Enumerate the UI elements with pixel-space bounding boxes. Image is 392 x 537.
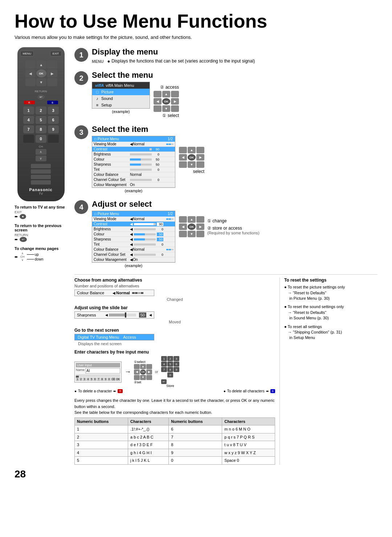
choose-sub: Number and positions of alternatives xyxy=(74,284,275,288)
remote-dpad-down[interactable]: ▼ xyxy=(36,78,46,86)
table-cell-num1: 1 xyxy=(75,425,128,433)
kb-ok[interactable]: OK xyxy=(116,377,120,381)
b-button[interactable]: B xyxy=(270,389,275,393)
em-up[interactable]: ▲ xyxy=(140,364,146,369)
ok-right[interactable]: ▶ xyxy=(171,98,179,105)
enp-1[interactable]: 1 xyxy=(161,356,167,361)
remote-blue-button[interactable]: B xyxy=(47,101,58,104)
ok4-down[interactable]: ▼ xyxy=(188,231,196,237)
ok3-center[interactable]: OK xyxy=(188,154,196,161)
step3-menu-area: □ Picture Menu 1/2 Viewing Mode ◀Normal xyxy=(92,136,175,193)
remote-num-3[interactable]: 3 xyxy=(48,106,59,114)
kb-1[interactable]: 1 xyxy=(76,377,79,381)
remote-num-8[interactable]: 8 xyxy=(36,125,46,133)
ok4-right[interactable]: ▶ xyxy=(196,223,204,230)
remote-dpad-left[interactable]: ◀ xyxy=(25,69,36,77)
enter-numpad-0-row: 0 xyxy=(161,372,179,377)
slide-handle xyxy=(125,312,126,318)
remote-num-6[interactable]: 6 xyxy=(48,116,59,124)
kb-3[interactable]: 3 xyxy=(83,377,86,381)
kb-del[interactable]: ⌫ xyxy=(111,377,115,381)
remote-num-4[interactable]: 4 xyxy=(23,116,34,124)
hint-return-label: RETURN xyxy=(15,233,67,237)
remote-num-2[interactable]: 2 xyxy=(36,106,46,114)
ok3-down[interactable]: ▼ xyxy=(188,161,196,168)
remote-dpad-up[interactable]: ▲ xyxy=(36,61,46,69)
kb-8[interactable]: 8 xyxy=(101,377,104,381)
remote-num-1[interactable]: 1 xyxy=(23,106,34,114)
ok4-left[interactable]: ◀ xyxy=(179,223,187,230)
remote-exit-button[interactable]: EXIT xyxy=(50,51,62,56)
remote-num-7[interactable]: 7 xyxy=(23,125,34,133)
enp-0[interactable]: 0 xyxy=(167,372,173,377)
ok4-up[interactable]: ▲ xyxy=(188,216,196,223)
remote-num-5[interactable]: 5 xyxy=(36,116,46,124)
menu-item-setup[interactable]: ≡ Setup xyxy=(92,102,150,108)
ok3-left[interactable]: ◀ xyxy=(179,154,187,161)
em-left[interactable]: ◀ xyxy=(134,370,140,375)
reset-quoted-1: "Reset to Defaults" xyxy=(293,310,326,315)
remote-misc-4[interactable] xyxy=(31,180,51,185)
step2-section: 2 Select the menu viffA viffA Main Menu … xyxy=(74,70,377,118)
next-value: Access xyxy=(123,335,136,339)
enp-5[interactable]: 5 xyxy=(167,362,173,367)
enp-7[interactable]: 7 xyxy=(161,367,167,372)
em-empty4 xyxy=(146,375,152,380)
ok-empty2 xyxy=(171,91,179,97)
remote-dash-btn2[interactable] xyxy=(48,135,59,143)
remote-dpad[interactable]: ▲ ◀ OK ▶ ▼ xyxy=(25,61,57,86)
kb-6[interactable]: 6 xyxy=(93,377,97,381)
ok3-up[interactable]: ▲ xyxy=(188,147,196,153)
channelcolour-label4: Channel Colour Set xyxy=(94,253,130,257)
ok-up[interactable]: ▲ xyxy=(162,91,170,97)
colour-label3: Colour xyxy=(94,157,130,161)
ok3-empty1 xyxy=(179,147,187,153)
menu-item-picture[interactable]: □ Picture xyxy=(92,89,150,95)
step4-dpad: ▲ ◀ OK ▶ ▼ xyxy=(179,216,204,237)
kb-2[interactable]: 2 xyxy=(79,377,83,381)
kb-7[interactable]: 7 xyxy=(97,377,100,381)
slide-section: Adjust using the slide bar Sharpness ◀ 5… xyxy=(74,305,275,324)
remote-dpad-right[interactable]: ▶ xyxy=(47,69,57,77)
ok4-center[interactable]: OK xyxy=(188,223,196,230)
remote-red-button[interactable]: R xyxy=(24,101,35,104)
ok-left[interactable]: ◀ xyxy=(154,98,162,105)
remote-misc-3[interactable] xyxy=(31,175,51,179)
em-center[interactable]: OK xyxy=(140,370,146,375)
r-button[interactable]: R xyxy=(118,389,123,393)
remote-num-9[interactable]: 9 xyxy=(48,125,59,133)
remote-ch-up[interactable]: ∧ xyxy=(36,149,46,155)
kb-4[interactable]: 4 xyxy=(86,377,90,381)
step1-desc: ● Displays the functions that can be set… xyxy=(107,58,255,64)
remote-dash-btn[interactable] xyxy=(23,135,34,143)
enter-return-btn[interactable]: ↩ xyxy=(161,379,167,384)
remote-menu-button[interactable]: MENU xyxy=(20,51,34,56)
remote-misc-1[interactable] xyxy=(31,164,51,168)
remote-num-0[interactable]: 0 xyxy=(36,135,46,143)
remote-ok-center[interactable]: OK xyxy=(36,69,46,77)
input-value-field[interactable]: AI xyxy=(85,368,120,374)
enp-6[interactable]: 6 xyxy=(173,362,179,367)
enp-4[interactable]: 4 xyxy=(161,362,167,367)
enp-3[interactable]: 3 xyxy=(173,356,179,361)
ok3-right[interactable]: ▶ xyxy=(196,154,204,161)
kb-0[interactable]: 0 xyxy=(107,377,111,381)
menu-item-sound[interactable]: ♪ Sound xyxy=(92,95,150,102)
step4-store-label: ② store or access xyxy=(207,226,260,231)
remote-ch-down[interactable]: ∨ xyxy=(36,156,46,161)
remote-return-button[interactable]: ↩ xyxy=(37,94,45,100)
remote-misc-2[interactable] xyxy=(31,169,51,174)
enp-9[interactable]: 9 xyxy=(173,367,179,372)
viewing-dots4 xyxy=(166,218,173,220)
ok-center[interactable]: OK xyxy=(162,98,170,105)
ok-down[interactable]: ▼ xyxy=(162,105,170,112)
enp-8[interactable]: 8 xyxy=(167,367,173,372)
em-right[interactable]: ▶ xyxy=(146,370,152,375)
reset-section: To reset the settings ● To reset the pic… xyxy=(279,278,377,465)
pic-row-tint4: Tint ◀ 0 xyxy=(92,242,175,247)
pic-row-contrast4: Contrast ◀ 90 xyxy=(92,222,175,227)
kb-9[interactable]: 9 xyxy=(104,377,107,381)
kb-5[interactable]: 5 xyxy=(90,377,93,381)
enp-2[interactable]: 2 xyxy=(167,356,173,361)
em-down[interactable]: ▼ xyxy=(140,375,146,380)
